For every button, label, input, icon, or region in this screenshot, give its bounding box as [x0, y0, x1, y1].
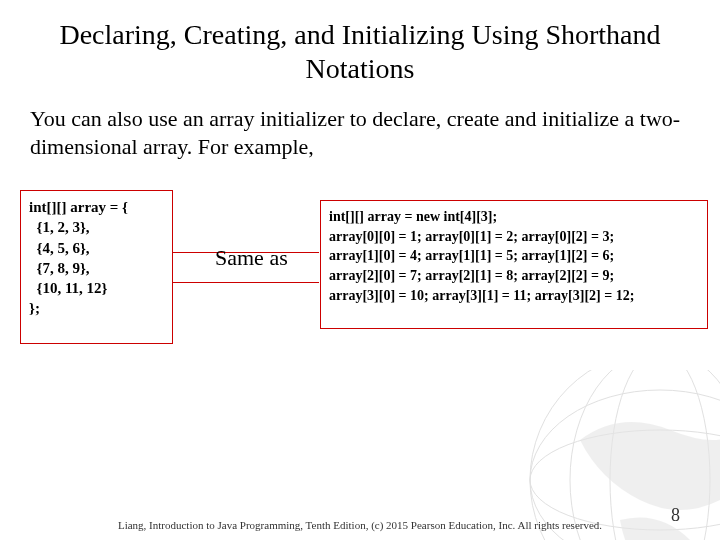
code-line: };: [29, 298, 164, 318]
page-number: 8: [671, 505, 680, 526]
code-line: {4, 5, 6},: [29, 238, 164, 258]
svg-point-0: [530, 370, 720, 540]
expanded-code-box: int[][] array = new int[4][3]; array[0][…: [320, 200, 708, 329]
code-line: {7, 8, 9},: [29, 258, 164, 278]
code-line: array[2][0] = 7; array[2][1] = 8; array[…: [329, 266, 699, 286]
intro-text: You can also use an array initializer to…: [30, 105, 690, 160]
code-line: {10, 11, 12}: [29, 278, 164, 298]
connector-line: [173, 282, 319, 283]
code-line: int[][] array = {: [29, 197, 164, 217]
code-comparison: int[][] array = { {1, 2, 3}, {4, 5, 6}, …: [20, 190, 700, 370]
code-line: array[1][0] = 4; array[1][1] = 5; array[…: [329, 246, 699, 266]
svg-point-4: [570, 370, 720, 540]
code-line: array[3][0] = 10; array[3][1] = 11; arra…: [329, 286, 699, 306]
svg-point-2: [530, 390, 720, 540]
code-line: {1, 2, 3},: [29, 217, 164, 237]
same-as-label: Same as: [215, 245, 288, 271]
svg-point-3: [610, 370, 710, 540]
code-line: array[0][0] = 1; array[0][1] = 2; array[…: [329, 227, 699, 247]
globe-decoration: [510, 370, 720, 540]
code-line: int[][] array = new int[4][3];: [329, 207, 699, 227]
copyright-footer: Liang, Introduction to Java Programming,…: [0, 519, 720, 532]
slide-title: Declaring, Creating, and Initializing Us…: [40, 18, 680, 85]
svg-point-1: [530, 430, 720, 530]
shorthand-code-box: int[][] array = { {1, 2, 3}, {4, 5, 6}, …: [20, 190, 173, 344]
